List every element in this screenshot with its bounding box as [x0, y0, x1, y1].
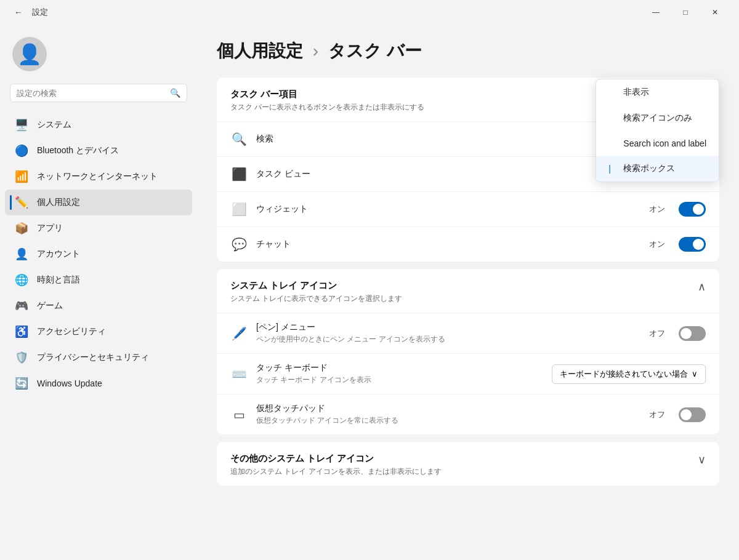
nav-list: 🖥️ システム 🔵 Bluetooth とデバイス 📶 ネットワークとインターネ… — [5, 112, 192, 396]
dropdown-option-label: 検索ボックス — [623, 163, 675, 174]
sidebar-item-accessibility[interactable]: ♿ アクセシビリティ — [5, 319, 192, 345]
setting-sublabel-virtual-touchpad: 仮想タッチパッド アイコンを常に表示する — [256, 415, 640, 426]
nav-label-gaming: ゲーム — [37, 300, 63, 311]
nav-icon-system: 🖥️ — [15, 118, 28, 132]
toggle-pen-menu[interactable] — [679, 326, 706, 341]
sidebar-item-network[interactable]: 📶 ネットワークとインターネット — [5, 164, 192, 190]
dropdown-option[interactable]: | 検索ボックス — [596, 156, 719, 182]
setting-row-chat: 💬 チャット オン — [217, 226, 719, 262]
sidebar-item-accounts[interactable]: 👤 アカウント — [5, 241, 192, 267]
dropdown-option-label: 非表示 — [623, 87, 649, 98]
section-title-block-taskbar-items: タスク バー項目 タスク バーに表示されるボタンを表示または非表示にする — [230, 89, 424, 113]
setting-row-touch-keyboard: ⌨️ タッチ キーボード タッチ キーボード アイコンを表示 キーボードが接続さ… — [217, 353, 719, 394]
maximize-button[interactable]: □ — [671, 2, 700, 22]
nav-icon-accounts: 👤 — [15, 247, 28, 261]
search-icon: 🔍 — [170, 88, 180, 98]
setting-row-pen-menu: 🖊️ [ペン] メニュー ペンが使用中のときにペン メニュー アイコンを表示する… — [217, 313, 719, 353]
setting-icon-pen-menu: 🖊️ — [230, 325, 248, 342]
nav-icon-apps: 📦 — [15, 222, 28, 235]
section-desc-other-tray: 追加のシステム トレイ アイコンを表示、または非表示にします — [230, 466, 442, 477]
dropdown-option[interactable]: 検索アイコンのみ — [596, 105, 719, 131]
setting-label-block-widgets: ウィジェット — [256, 204, 640, 215]
sidebar-item-bluetooth[interactable]: 🔵 Bluetooth とデバイス — [5, 138, 192, 164]
section-desc-taskbar-items: タスク バーに表示されるボタンを表示または非表示にする — [230, 102, 424, 113]
dropdown-option-label: 検索アイコンのみ — [623, 113, 692, 124]
nav-label-bluetooth: Bluetooth とデバイス — [37, 145, 119, 156]
setting-icon-widgets: ⬜ — [230, 201, 248, 218]
setting-icon-touch-keyboard: ⌨️ — [230, 366, 248, 383]
settings-window: ← 設定 — □ ✕ 👤 🔍 🖥️ システム 🔵 Bluetooth とデバイス… — [0, 0, 739, 560]
nav-icon-windowsupdate: 🔄 — [15, 377, 28, 390]
nav-label-accounts: アカウント — [37, 249, 80, 260]
nav-icon-time: 🌐 — [15, 273, 28, 287]
section-title-other-tray: その他のシステム トレイ アイコン — [230, 453, 442, 465]
toggle-knob-pen-menu — [680, 328, 692, 339]
main-content: 個人用設定 › タスク バー タスク バー項目 タスク バーに表示されるボタンを… — [197, 25, 739, 560]
setting-label-block-taskview: タスク ビュー — [256, 169, 640, 180]
nav-icon-privacy: 🛡️ — [15, 351, 28, 364]
titlebar: ← 設定 — □ ✕ — [0, 0, 739, 25]
dropdown-touch-keyboard[interactable]: キーボードが接続されていない場合 ∨ — [552, 364, 706, 384]
nav-icon-network: 📶 — [15, 170, 28, 183]
sidebar-item-privacy[interactable]: 🛡️ プライバシーとセキュリティ — [5, 345, 192, 370]
window-controls: — □ ✕ — [642, 2, 729, 22]
minimize-button[interactable]: — — [642, 2, 670, 22]
sidebar-item-system[interactable]: 🖥️ システム — [5, 112, 192, 138]
section-system-tray: システム トレイ アイコン システム トレイに表示できるアイコンを選択します ∧… — [217, 269, 719, 434]
nav-icon-personalization: ✏️ — [15, 196, 28, 209]
status-label-widgets: オン — [649, 204, 665, 215]
back-button[interactable]: ← — [10, 4, 27, 21]
sidebar-item-gaming[interactable]: 🎮 ゲーム — [5, 293, 192, 319]
nav-label-system: システム — [37, 119, 71, 130]
nav-label-network: ネットワークとインターネット — [37, 171, 158, 182]
close-button[interactable]: ✕ — [701, 2, 729, 22]
section-title-taskbar-items: タスク バー項目 — [230, 89, 424, 100]
dropdown-option[interactable]: 非表示 — [596, 79, 719, 105]
search-box[interactable]: 🔍 — [10, 84, 187, 102]
toggle-knob-widgets — [693, 204, 704, 215]
setting-icon-search: 🔍 — [230, 130, 248, 148]
status-label-pen-menu: オフ — [649, 328, 665, 339]
setting-label-taskview: タスク ビュー — [256, 169, 640, 180]
sidebar: 👤 🔍 🖥️ システム 🔵 Bluetooth とデバイス 📶 ネットワークとイ… — [0, 25, 197, 560]
section-chevron-system-tray: ∧ — [698, 280, 706, 294]
setting-label-pen-menu: [ペン] メニュー — [256, 322, 640, 333]
sidebar-item-time[interactable]: 🌐 時刻と言語 — [5, 267, 192, 293]
setting-row-widgets: ⬜ ウィジェット オン — [217, 191, 719, 226]
setting-label-block-touch-keyboard: タッチ キーボード タッチ キーボード アイコンを表示 — [256, 362, 543, 385]
avatar-icon: 👤 — [17, 42, 42, 66]
section-title-system-tray: システム トレイ アイコン — [230, 280, 402, 292]
setting-icon-virtual-touchpad: ▭ — [230, 406, 248, 423]
nav-label-apps: アプリ — [37, 223, 63, 234]
nav-label-personalization: 個人用設定 — [37, 197, 80, 208]
toggle-chat[interactable] — [679, 237, 706, 252]
dropdown-option[interactable]: Search icon and label — [596, 131, 719, 156]
status-label-chat: オン — [649, 239, 665, 250]
setting-label-widgets: ウィジェット — [256, 204, 640, 215]
setting-icon-chat: 💬 — [230, 236, 248, 253]
nav-label-privacy: プライバシーとセキュリティ — [37, 352, 149, 363]
search-input[interactable] — [17, 89, 168, 98]
breadcrumb-parent[interactable]: 個人用設定 — [217, 41, 303, 60]
avatar: 👤 — [12, 37, 47, 71]
toggle-widgets[interactable] — [679, 202, 706, 217]
toggle-knob-virtual-touchpad — [680, 409, 692, 420]
setting-label-virtual-touchpad: 仮想タッチパッド — [256, 403, 640, 414]
breadcrumb-current: タスク バー — [328, 41, 422, 60]
dropdown-arrow-touch-keyboard: ∨ — [692, 369, 698, 378]
dropdown-option-label: Search icon and label — [623, 138, 706, 148]
sidebar-item-windowsupdate[interactable]: 🔄 Windows Update — [5, 370, 192, 396]
dropdown-value-touch-keyboard: キーボードが接続されていない場合 — [560, 369, 688, 380]
section-header-system-tray[interactable]: システム トレイ アイコン システム トレイに表示できるアイコンを選択します ∧ — [217, 269, 719, 313]
nav-icon-gaming: 🎮 — [15, 299, 28, 313]
section-other-tray: その他のシステム トレイ アイコン 追加のシステム トレイ アイコンを表示、また… — [217, 442, 719, 486]
section-chevron-other-tray: ∨ — [698, 453, 706, 466]
nav-label-time: 時刻と言語 — [37, 274, 80, 286]
search-dropdown-menu[interactable]: 非表示 検索アイコンのみ Search icon and label | 検索ボ… — [596, 79, 719, 182]
nav-label-accessibility: アクセシビリティ — [37, 326, 106, 337]
setting-label-touch-keyboard: タッチ キーボード — [256, 362, 543, 374]
sidebar-item-personalization[interactable]: ✏️ 個人用設定 — [5, 190, 192, 215]
section-header-other-tray[interactable]: その他のシステム トレイ アイコン 追加のシステム トレイ アイコンを表示、また… — [217, 442, 719, 486]
sidebar-item-apps[interactable]: 📦 アプリ — [5, 215, 192, 241]
toggle-virtual-touchpad[interactable] — [679, 407, 706, 422]
